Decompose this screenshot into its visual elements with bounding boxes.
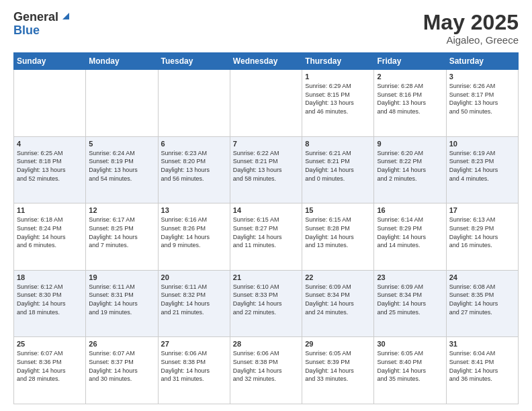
logo: General Blue [13,11,71,38]
day-number: 8 [305,140,371,148]
day-info: Sunrise: 6:24 AM Sunset: 8:19 PM Dayligh… [89,149,154,183]
svg-marker-0 [62,13,69,19]
day-info: Sunrise: 6:11 AM Sunset: 8:32 PM Dayligh… [161,283,227,316]
day-number: 17 [449,206,515,214]
day-number: 5 [89,140,154,148]
week-row-1: 4Sunrise: 6:25 AM Sunset: 8:18 PM Daylig… [14,136,519,203]
header-sunday: Sunday [14,53,86,70]
calendar-cell-w3-d6: 24Sunrise: 6:08 AM Sunset: 8:35 PM Dayli… [446,270,518,337]
day-number: 4 [17,140,83,148]
day-info: Sunrise: 6:19 AM Sunset: 8:23 PM Dayligh… [449,149,515,183]
day-number: 28 [233,340,299,348]
day-number: 6 [161,140,227,148]
week-row-2: 11Sunrise: 6:18 AM Sunset: 8:24 PM Dayli… [14,203,519,271]
calendar-cell-w4-d4: 29Sunrise: 6:05 AM Sunset: 8:39 PM Dayli… [302,337,374,404]
day-info: Sunrise: 6:18 AM Sunset: 8:24 PM Dayligh… [17,216,83,249]
page: General Blue May 2025 Aigaleo, Greece Su… [0,0,532,411]
day-number: 26 [89,340,154,348]
calendar-cell-w3-d0: 18Sunrise: 6:12 AM Sunset: 8:30 PM Dayli… [14,270,86,337]
day-number: 3 [449,73,515,81]
day-number: 11 [17,206,83,214]
title-block: May 2025 Aigaleo, Greece [423,11,519,46]
weekday-header-row: Sunday Monday Tuesday Wednesday Thursday… [14,53,519,70]
day-number: 30 [377,340,443,348]
day-info: Sunrise: 6:26 AM Sunset: 8:17 PM Dayligh… [449,82,515,116]
day-number: 20 [161,273,227,281]
day-info: Sunrise: 6:25 AM Sunset: 8:18 PM Dayligh… [17,149,83,183]
calendar-cell-w3-d3: 21Sunrise: 6:10 AM Sunset: 8:33 PM Dayli… [230,270,302,337]
logo-icon [60,10,71,21]
day-info: Sunrise: 6:10 AM Sunset: 8:33 PM Dayligh… [233,283,299,316]
day-number: 9 [377,140,443,148]
calendar-cell-w0-d5: 2Sunrise: 6:28 AM Sunset: 8:16 PM Daylig… [374,70,446,137]
day-number: 23 [377,273,443,281]
day-info: Sunrise: 6:16 AM Sunset: 8:26 PM Dayligh… [161,216,227,249]
calendar-cell-w3-d2: 20Sunrise: 6:11 AM Sunset: 8:32 PM Dayli… [158,270,230,337]
calendar-cell-w2-d2: 13Sunrise: 6:16 AM Sunset: 8:26 PM Dayli… [158,203,230,271]
logo-blue: Blue [13,24,71,38]
calendar-cell-w0-d4: 1Sunrise: 6:29 AM Sunset: 8:15 PM Daylig… [302,70,374,137]
week-row-3: 18Sunrise: 6:12 AM Sunset: 8:30 PM Dayli… [14,270,519,337]
logo-text: General Blue [13,11,71,38]
day-info: Sunrise: 6:15 AM Sunset: 8:28 PM Dayligh… [305,216,371,249]
day-number: 21 [233,273,299,281]
day-info: Sunrise: 6:17 AM Sunset: 8:25 PM Dayligh… [89,216,154,249]
day-info: Sunrise: 6:05 AM Sunset: 8:40 PM Dayligh… [377,349,443,383]
calendar-cell-w4-d1: 26Sunrise: 6:07 AM Sunset: 8:37 PM Dayli… [86,337,158,404]
calendar-cell-w0-d0 [14,70,86,137]
day-number: 12 [89,206,154,214]
month-year: May 2025 [423,11,519,34]
day-number: 13 [161,206,227,214]
day-info: Sunrise: 6:21 AM Sunset: 8:21 PM Dayligh… [305,149,371,183]
calendar: Sunday Monday Tuesday Wednesday Thursday… [13,52,519,404]
header: General Blue May 2025 Aigaleo, Greece [13,11,519,46]
day-info: Sunrise: 6:28 AM Sunset: 8:16 PM Dayligh… [377,82,443,116]
day-number: 27 [161,340,227,348]
calendar-cell-w2-d4: 15Sunrise: 6:15 AM Sunset: 8:28 PM Dayli… [302,203,374,271]
calendar-cell-w0-d2 [158,70,230,137]
day-info: Sunrise: 6:20 AM Sunset: 8:22 PM Dayligh… [377,149,443,183]
calendar-cell-w0-d3 [230,70,302,137]
day-number: 22 [305,273,371,281]
calendar-cell-w4-d5: 30Sunrise: 6:05 AM Sunset: 8:40 PM Dayli… [374,337,446,404]
day-info: Sunrise: 6:22 AM Sunset: 8:21 PM Dayligh… [233,149,299,183]
calendar-cell-w3-d1: 19Sunrise: 6:11 AM Sunset: 8:31 PM Dayli… [86,270,158,337]
location: Aigaleo, Greece [423,34,519,46]
calendar-cell-w1-d0: 4Sunrise: 6:25 AM Sunset: 8:18 PM Daylig… [14,136,86,203]
day-number: 25 [17,340,83,348]
header-monday: Monday [86,53,158,70]
day-number: 2 [377,73,443,81]
day-info: Sunrise: 6:09 AM Sunset: 8:34 PM Dayligh… [305,283,371,316]
day-info: Sunrise: 6:07 AM Sunset: 8:36 PM Dayligh… [17,349,83,383]
day-number: 15 [305,206,371,214]
week-row-0: 1Sunrise: 6:29 AM Sunset: 8:15 PM Daylig… [14,70,519,137]
day-number: 29 [305,340,371,348]
day-number: 18 [17,273,83,281]
day-number: 14 [233,206,299,214]
calendar-cell-w1-d1: 5Sunrise: 6:24 AM Sunset: 8:19 PM Daylig… [86,136,158,203]
day-info: Sunrise: 6:11 AM Sunset: 8:31 PM Dayligh… [89,283,154,316]
calendar-cell-w4-d6: 31Sunrise: 6:04 AM Sunset: 8:41 PM Dayli… [446,337,518,404]
day-info: Sunrise: 6:13 AM Sunset: 8:29 PM Dayligh… [449,216,515,249]
week-row-4: 25Sunrise: 6:07 AM Sunset: 8:36 PM Dayli… [14,337,519,404]
calendar-cell-w0-d1 [86,70,158,137]
calendar-cell-w0-d6: 3Sunrise: 6:26 AM Sunset: 8:17 PM Daylig… [446,70,518,137]
logo-general: General [13,11,58,24]
calendar-cell-w1-d2: 6Sunrise: 6:23 AM Sunset: 8:20 PM Daylig… [158,136,230,203]
calendar-cell-w2-d5: 16Sunrise: 6:14 AM Sunset: 8:29 PM Dayli… [374,203,446,271]
calendar-cell-w2-d6: 17Sunrise: 6:13 AM Sunset: 8:29 PM Dayli… [446,203,518,271]
day-info: Sunrise: 6:23 AM Sunset: 8:20 PM Dayligh… [161,149,227,183]
calendar-cell-w1-d6: 10Sunrise: 6:19 AM Sunset: 8:23 PM Dayli… [446,136,518,203]
calendar-cell-w3-d5: 23Sunrise: 6:09 AM Sunset: 8:34 PM Dayli… [374,270,446,337]
day-number: 16 [377,206,443,214]
day-info: Sunrise: 6:09 AM Sunset: 8:34 PM Dayligh… [377,283,443,316]
day-info: Sunrise: 6:12 AM Sunset: 8:30 PM Dayligh… [17,283,83,316]
day-info: Sunrise: 6:05 AM Sunset: 8:39 PM Dayligh… [305,349,371,383]
day-info: Sunrise: 6:14 AM Sunset: 8:29 PM Dayligh… [377,216,443,249]
calendar-cell-w4-d2: 27Sunrise: 6:06 AM Sunset: 8:38 PM Dayli… [158,337,230,404]
day-number: 31 [449,340,515,348]
day-info: Sunrise: 6:06 AM Sunset: 8:38 PM Dayligh… [233,349,299,383]
calendar-cell-w1-d4: 8Sunrise: 6:21 AM Sunset: 8:21 PM Daylig… [302,136,374,203]
calendar-cell-w4-d3: 28Sunrise: 6:06 AM Sunset: 8:38 PM Dayli… [230,337,302,404]
header-friday: Friday [374,53,446,70]
